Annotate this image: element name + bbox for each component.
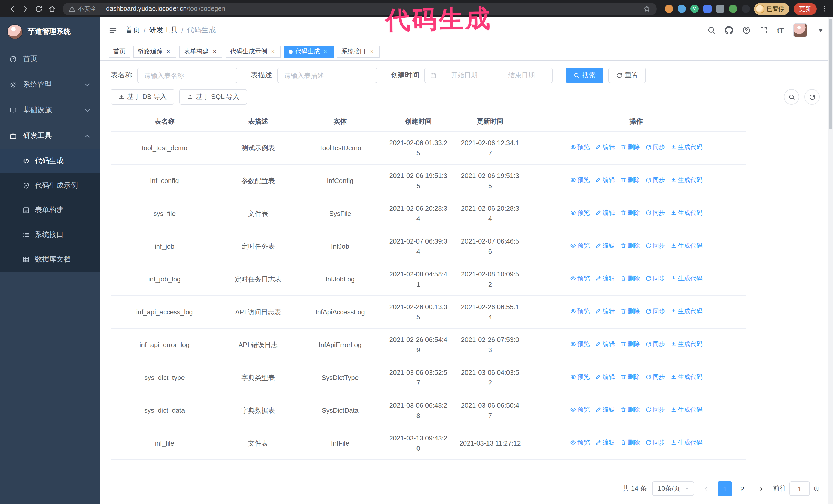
del-action-link[interactable]: 删除	[620, 438, 640, 447]
bookmark-star-icon[interactable]	[643, 5, 650, 12]
table-name-input[interactable]	[137, 68, 237, 83]
search-icon[interactable]	[708, 26, 716, 34]
sidebar-item-form-builder[interactable]: 表单构建	[0, 198, 100, 222]
extension-icon[interactable]: V	[690, 5, 698, 13]
toggle-search-button[interactable]	[784, 89, 799, 104]
del-action-link[interactable]: 删除	[620, 405, 640, 414]
sync-action-link[interactable]: 同步	[645, 438, 665, 447]
eye-action-link[interactable]: 预览	[570, 274, 590, 283]
eye-action-link[interactable]: 预览	[570, 405, 590, 414]
browser-menu-icon[interactable]	[821, 5, 828, 12]
sidebar-item-db-doc[interactable]: 数据库文档	[0, 247, 100, 272]
extension-icon[interactable]	[677, 5, 686, 13]
eye-action-link[interactable]: 预览	[570, 438, 590, 447]
edit-action-link[interactable]: 编辑	[595, 274, 615, 283]
edit-action-link[interactable]: 编辑	[595, 438, 615, 447]
extension-icon[interactable]	[729, 5, 737, 13]
font-size-icon[interactable]: tT	[777, 26, 784, 34]
page-button-1[interactable]: 1	[718, 481, 732, 496]
del-action-link[interactable]: 删除	[620, 241, 640, 250]
sync-action-link[interactable]: 同步	[645, 307, 665, 316]
download-action-link[interactable]: 生成代码	[670, 340, 703, 349]
sync-action-link[interactable]: 同步	[645, 405, 665, 414]
del-action-link[interactable]: 删除	[620, 373, 640, 382]
close-icon[interactable]: ×	[211, 48, 218, 55]
edit-action-link[interactable]: 编辑	[595, 373, 615, 382]
eye-action-link[interactable]: 预览	[570, 373, 590, 382]
user-avatar[interactable]	[793, 23, 807, 38]
import-db-button[interactable]: 基于 DB 导入	[111, 89, 174, 104]
sidebar-item-home[interactable]: 首页	[0, 46, 100, 72]
sync-action-link[interactable]: 同步	[645, 143, 665, 152]
goto-page-input[interactable]	[789, 481, 810, 496]
close-icon[interactable]: ×	[323, 48, 329, 55]
breadcrumb-item[interactable]: 首页	[125, 26, 140, 35]
github-icon[interactable]	[725, 26, 733, 34]
profile-paused-badge[interactable]: 已暂停	[754, 3, 789, 15]
scrollbar-thumb[interactable]	[829, 19, 832, 129]
forward-icon[interactable]	[19, 2, 32, 16]
sync-action-link[interactable]: 同步	[645, 373, 665, 382]
eye-action-link[interactable]: 预览	[570, 209, 590, 218]
prev-page-icon[interactable]	[699, 481, 713, 496]
edit-action-link[interactable]: 编辑	[595, 143, 615, 152]
page-button-2[interactable]: 2	[735, 481, 749, 496]
sidebar-item-infra[interactable]: 基础设施	[0, 97, 100, 123]
edit-action-link[interactable]: 编辑	[595, 405, 615, 414]
download-action-link[interactable]: 生成代码	[670, 438, 703, 447]
extension-icon[interactable]	[703, 5, 711, 13]
download-action-link[interactable]: 生成代码	[670, 274, 703, 283]
sidebar-item-system[interactable]: 系统管理	[0, 72, 100, 97]
logo[interactable]: 芋道管理系统	[0, 18, 100, 46]
extension-icon[interactable]	[665, 5, 673, 13]
edit-action-link[interactable]: 编辑	[595, 241, 615, 250]
refresh-table-button[interactable]	[804, 89, 820, 104]
del-action-link[interactable]: 删除	[620, 209, 640, 218]
del-action-link[interactable]: 删除	[620, 143, 640, 152]
close-icon[interactable]: ×	[270, 48, 276, 55]
close-icon[interactable]: ×	[165, 48, 172, 55]
breadcrumb-item[interactable]: 研发工具	[149, 26, 178, 35]
download-action-link[interactable]: 生成代码	[670, 373, 703, 382]
reload-icon[interactable]	[32, 2, 45, 16]
eye-action-link[interactable]: 预览	[570, 175, 590, 185]
search-button[interactable]: 搜索	[566, 68, 603, 83]
sidebar-item-codegen[interactable]: 代码生成	[0, 149, 100, 173]
extension-icon[interactable]	[716, 5, 724, 13]
help-icon[interactable]	[742, 26, 751, 34]
edit-action-link[interactable]: 编辑	[595, 307, 615, 316]
download-action-link[interactable]: 生成代码	[670, 241, 703, 250]
sync-action-link[interactable]: 同步	[645, 340, 665, 349]
del-action-link[interactable]: 删除	[620, 274, 640, 283]
sidebar-toggle-icon[interactable]	[109, 26, 117, 34]
sync-action-link[interactable]: 同步	[645, 209, 665, 218]
sidebar-item-devtools[interactable]: 研发工具	[0, 123, 100, 149]
tab-4[interactable]: 代码生成×	[284, 45, 334, 58]
caret-down-icon[interactable]	[816, 26, 825, 34]
tab-0[interactable]: 首页	[109, 45, 130, 58]
back-icon[interactable]	[5, 2, 19, 16]
del-action-link[interactable]: 删除	[620, 340, 640, 349]
eye-action-link[interactable]: 预览	[570, 340, 590, 349]
reset-button[interactable]: 重置	[609, 68, 646, 83]
tab-1[interactable]: 链路追踪×	[133, 45, 176, 58]
tab-5[interactable]: 系统接口×	[337, 45, 380, 58]
download-action-link[interactable]: 生成代码	[670, 405, 703, 414]
sidebar-item-system-api[interactable]: 系统接口	[0, 222, 100, 247]
date-range-picker[interactable]: 开始日期 - 结束日期	[425, 68, 553, 83]
tab-2[interactable]: 表单构建×	[180, 45, 222, 58]
security-indicator[interactable]: 不安全	[69, 4, 96, 13]
fullscreen-icon[interactable]	[760, 26, 768, 34]
edit-action-link[interactable]: 编辑	[595, 209, 615, 218]
sync-action-link[interactable]: 同步	[645, 241, 665, 250]
del-action-link[interactable]: 删除	[620, 307, 640, 316]
update-button[interactable]: 更新	[793, 3, 816, 15]
close-icon[interactable]: ×	[368, 48, 375, 55]
sync-action-link[interactable]: 同步	[645, 175, 665, 185]
page-size-select[interactable]: 10条/页	[652, 481, 694, 496]
address-bar[interactable]: 不安全 dashboard.yudao.iocoder.cn/tool/code…	[63, 2, 657, 15]
download-action-link[interactable]: 生成代码	[670, 209, 703, 218]
eye-action-link[interactable]: 预览	[570, 307, 590, 316]
extension-icon[interactable]	[741, 5, 750, 13]
next-page-icon[interactable]	[755, 481, 768, 496]
